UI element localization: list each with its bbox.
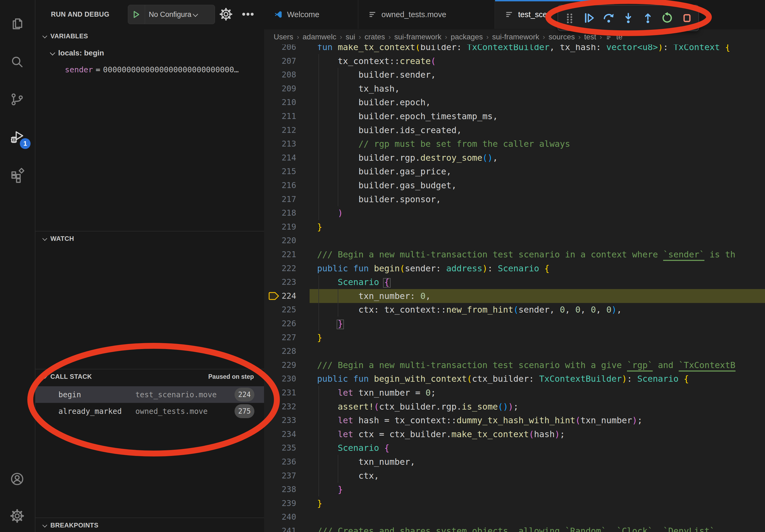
activity-item-source-control[interactable]: [0, 85, 34, 114]
breadcrumb-item[interactable]: test: [584, 33, 596, 41]
activity-item-settings[interactable]: [0, 501, 34, 531]
activity-item-search[interactable]: [0, 47, 34, 77]
code-line[interactable]: 216 builder.gas_budget,: [264, 178, 765, 192]
section-divider: [35, 369, 264, 370]
code-editor[interactable]: 206fun make_tx_context(builder: TxContex…: [264, 40, 765, 532]
activity-item-extensions[interactable]: [0, 161, 34, 190]
line-content: // rgp must be set from the caller alway…: [317, 137, 570, 151]
code-line[interactable]: 232 assert!(ctx_builder.rgp.is_some());: [264, 400, 765, 413]
code-line[interactable]: 240: [264, 510, 765, 524]
more-actions-icon[interactable]: [241, 7, 255, 21]
code-line[interactable]: 208 builder.sender,: [264, 68, 765, 82]
code-line[interactable]: 214 builder.rgp.destroy_some(),: [264, 151, 765, 165]
files-icon: [9, 16, 25, 32]
breadcrumb-item[interactable]: sources: [548, 33, 575, 41]
code-line[interactable]: 221/// Begin a new multi-transaction tes…: [264, 247, 765, 261]
code-line[interactable]: 217 builder.sponsor,: [264, 192, 765, 206]
breadcrumb-item[interactable]: Users: [274, 33, 293, 41]
code-line[interactable]: 235 Scenario {: [264, 441, 765, 455]
stack-frame[interactable]: already_marked owned_tests.move 275: [35, 403, 264, 419]
debug-continue-button[interactable]: [581, 10, 597, 26]
breadcrumb-item[interactable]: sui: [346, 33, 356, 41]
variables-scope-row[interactable]: locals: begin: [50, 46, 104, 60]
debug-restart-button[interactable]: [659, 10, 675, 26]
code-line[interactable]: 227}: [264, 331, 765, 345]
stop-icon: [680, 11, 694, 25]
frame-line-badge: 275: [235, 404, 254, 418]
line-number: 233: [264, 413, 296, 427]
code-line[interactable]: 224 txn_number: 0,: [264, 289, 765, 303]
breadcrumb-item[interactable]: sui-framework: [492, 33, 539, 41]
debug-step-over-button[interactable]: [601, 10, 617, 26]
variable-name: sender: [65, 65, 93, 74]
breakpoints-section-header[interactable]: BREAKPOINTS: [35, 519, 264, 531]
code-line[interactable]: 241/// Creates and shares system objects…: [264, 524, 765, 532]
move-file-icon: [505, 10, 514, 19]
activity-item-run-and-debug[interactable]: 1: [0, 122, 34, 151]
variable-row[interactable]: sender = 0000000000000000000000000000…: [65, 63, 261, 77]
code-line[interactable]: 233 let hash = tx_context::dummy_tx_hash…: [264, 413, 765, 427]
breadcrumb-item[interactable]: te: [616, 33, 622, 41]
variables-section-header[interactable]: VARIABLES: [35, 30, 264, 42]
code-line[interactable]: 226 }: [264, 317, 765, 331]
chevron-down-icon: [43, 34, 47, 39]
line-number: 236: [264, 455, 296, 469]
code-line[interactable]: 239}: [264, 496, 765, 510]
debug-stop-button[interactable]: [679, 10, 695, 26]
tab-owned-tests-move[interactable]: owned_tests.move: [359, 0, 495, 29]
line-content: public fun begin_with_context(ctx_builde…: [317, 372, 689, 386]
vscode-logo-icon: [274, 10, 283, 19]
chevron-down-icon: [43, 523, 47, 528]
line-content: assert!(ctx_builder.rgp.is_some());: [317, 400, 518, 413]
activity-item-explorer[interactable]: [0, 9, 34, 39]
debug-drag-handle[interactable]: [561, 10, 578, 26]
line-content: public fun begin(sender: address): Scena…: [317, 261, 549, 275]
breadcrumb-separator: ›: [486, 33, 489, 41]
code-line[interactable]: 223 Scenario {: [264, 275, 765, 289]
code-line[interactable]: 209 tx_hash,: [264, 82, 765, 96]
line-content: }: [317, 317, 343, 331]
code-line[interactable]: 238 }: [264, 482, 765, 496]
line-number: 215: [264, 164, 296, 178]
line-number: 211: [264, 109, 296, 123]
call-stack-section-header[interactable]: CALL STACK Paused on step: [35, 371, 264, 383]
debug-gear-icon[interactable]: [219, 7, 233, 21]
code-line[interactable]: 225 ctx: tx_context::new_from_hint(sende…: [264, 303, 765, 317]
breadcrumb-item[interactable]: packages: [450, 33, 483, 41]
frame-function: begin: [58, 390, 135, 399]
code-line[interactable]: 219}: [264, 220, 765, 234]
breadcrumb[interactable]: Users›adamwelc›sui›crates›sui-framework›…: [264, 30, 765, 45]
debug-step-out-button[interactable]: [640, 10, 656, 26]
debug-config-dropdown[interactable]: No Configura: [128, 5, 215, 24]
start-debug-icon[interactable]: [128, 5, 145, 24]
stack-frame[interactable]: begin test_scenario.move 224: [35, 386, 264, 403]
code-line[interactable]: 229/// Begin a new multi-transaction tes…: [264, 358, 765, 372]
search-icon: [9, 54, 25, 70]
code-line[interactable]: 222public fun begin(sender: address): Sc…: [264, 261, 765, 275]
code-line[interactable]: 228: [264, 344, 765, 358]
code-line[interactable]: 220: [264, 234, 765, 247]
debug-step-into-button[interactable]: [620, 10, 636, 26]
line-content: builder.epoch_timestamp_ms,: [317, 109, 498, 123]
code-line[interactable]: 237 ctx,: [264, 469, 765, 483]
code-line[interactable]: 215 builder.gas_price,: [264, 164, 765, 178]
breadcrumb-item[interactable]: crates: [365, 33, 385, 41]
code-line[interactable]: 230public fun begin_with_context(ctx_bui…: [264, 372, 765, 386]
tab-welcome[interactable]: Welcome: [264, 0, 359, 29]
step-out-icon: [641, 11, 655, 25]
code-line[interactable]: 236 txn_number,: [264, 455, 765, 469]
code-line[interactable]: 207 tx_context::create(: [264, 54, 765, 68]
breadcrumb-item[interactable]: sui-framework: [394, 33, 441, 41]
sidebar-title: RUN AND DEBUG: [51, 0, 109, 28]
code-line[interactable]: 210 builder.epoch,: [264, 95, 765, 109]
code-line[interactable]: 211 builder.epoch_timestamp_ms,: [264, 109, 765, 123]
code-line[interactable]: 234 let ctx = ctx_builder.make_tx_contex…: [264, 427, 765, 441]
watch-section-header[interactable]: WATCH: [35, 232, 264, 245]
code-line[interactable]: 213 // rgp must be set from the caller a…: [264, 137, 765, 151]
code-line[interactable]: 218 ): [264, 206, 765, 220]
activity-item-account[interactable]: [0, 464, 34, 494]
code-line[interactable]: 231 let txn_number = 0;: [264, 386, 765, 400]
code-line[interactable]: 212 builder.ids_created,: [264, 123, 765, 137]
chevron-down-icon: [43, 374, 47, 379]
breadcrumb-item[interactable]: adamwelc: [303, 33, 337, 41]
